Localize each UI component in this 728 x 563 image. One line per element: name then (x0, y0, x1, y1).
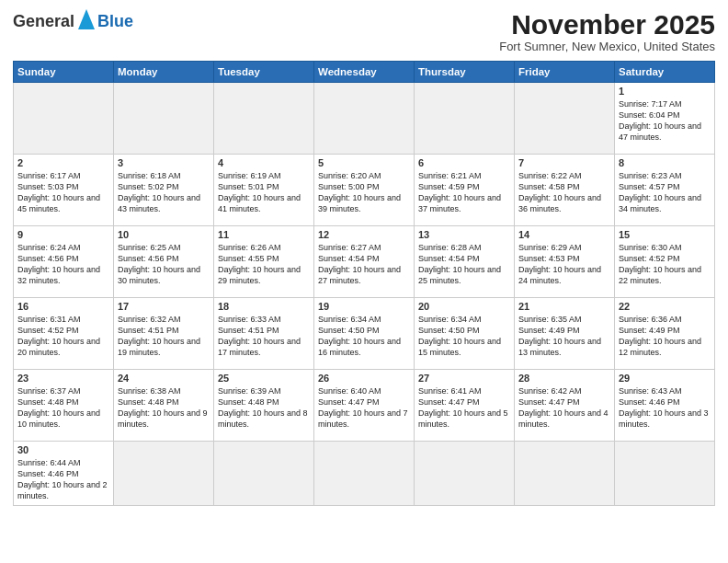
day-number: 9 (17, 229, 109, 240)
calendar-cell (314, 442, 415, 506)
day-number: 14 (518, 229, 610, 240)
day-number: 1 (619, 86, 711, 97)
calendar-cell (214, 442, 314, 506)
day-number: 8 (619, 157, 711, 168)
day-number: 25 (218, 373, 310, 384)
cell-info: Sunrise: 6:28 AM Sunset: 4:54 PM Dayligh… (418, 242, 510, 287)
cell-info: Sunrise: 6:18 AM Sunset: 5:02 PM Dayligh… (118, 170, 210, 215)
calendar-cell (615, 442, 715, 506)
calendar-cell: 14Sunrise: 6:29 AM Sunset: 4:53 PM Dayli… (515, 226, 615, 298)
cell-info: Sunrise: 6:36 AM Sunset: 4:49 PM Dayligh… (619, 314, 711, 359)
day-header-sunday: Sunday (14, 62, 114, 83)
day-number: 2 (17, 157, 109, 168)
day-number: 20 (418, 301, 510, 312)
cell-info: Sunrise: 6:25 AM Sunset: 4:56 PM Dayligh… (118, 242, 210, 287)
calendar-cell: 7Sunrise: 6:22 AM Sunset: 4:58 PM Daylig… (515, 155, 615, 226)
cell-info: Sunrise: 6:41 AM Sunset: 4:47 PM Dayligh… (418, 385, 510, 431)
day-number: 21 (518, 301, 610, 312)
day-number: 30 (17, 444, 109, 455)
month-title: November 2025 (499, 9, 715, 40)
cell-info: Sunrise: 6:43 AM Sunset: 4:46 PM Dayligh… (619, 385, 711, 431)
calendar-cell: 28Sunrise: 6:42 AM Sunset: 4:47 PM Dayli… (515, 370, 615, 442)
day-header-wednesday: Wednesday (314, 62, 415, 83)
calendar-cell: 19Sunrise: 6:34 AM Sunset: 4:50 PM Dayli… (314, 298, 415, 370)
week-row-1: 1Sunrise: 7:17 AM Sunset: 6:04 PM Daylig… (14, 83, 715, 155)
cell-info: Sunrise: 6:19 AM Sunset: 5:01 PM Dayligh… (218, 170, 310, 215)
calendar-cell: 3Sunrise: 6:18 AM Sunset: 5:02 PM Daylig… (114, 155, 214, 226)
day-number: 18 (218, 301, 310, 312)
day-number: 24 (118, 373, 210, 384)
week-row-3: 9Sunrise: 6:24 AM Sunset: 4:56 PM Daylig… (14, 226, 715, 298)
header-area: General Blue November 2025 Fort Sumner, … (13, 9, 715, 53)
calendar-cell: 29Sunrise: 6:43 AM Sunset: 4:46 PM Dayli… (615, 370, 715, 442)
calendar-cell (415, 83, 515, 155)
day-number: 4 (218, 157, 310, 168)
day-header-tuesday: Tuesday (214, 62, 314, 83)
day-number: 3 (118, 157, 210, 168)
calendar-cell: 9Sunrise: 6:24 AM Sunset: 4:56 PM Daylig… (14, 226, 114, 298)
cell-info: Sunrise: 6:40 AM Sunset: 4:47 PM Dayligh… (318, 385, 410, 431)
calendar-cell (515, 83, 615, 155)
cell-info: Sunrise: 6:31 AM Sunset: 4:52 PM Dayligh… (17, 314, 109, 359)
cell-info: Sunrise: 6:17 AM Sunset: 5:03 PM Dayligh… (17, 170, 109, 215)
day-number: 5 (318, 157, 410, 168)
calendar-cell: 12Sunrise: 6:27 AM Sunset: 4:54 PM Dayli… (314, 226, 415, 298)
calendar-cell: 27Sunrise: 6:41 AM Sunset: 4:47 PM Dayli… (415, 370, 515, 442)
cell-info: Sunrise: 6:38 AM Sunset: 4:48 PM Dayligh… (118, 385, 210, 431)
calendar-cell (214, 83, 314, 155)
cell-info: Sunrise: 6:23 AM Sunset: 4:57 PM Dayligh… (619, 170, 711, 215)
day-header-saturday: Saturday (615, 62, 715, 83)
day-number: 19 (318, 301, 410, 312)
calendar-cell: 8Sunrise: 6:23 AM Sunset: 4:57 PM Daylig… (615, 155, 715, 226)
calendar-cell (114, 442, 214, 506)
calendar-cell: 15Sunrise: 6:30 AM Sunset: 4:52 PM Dayli… (615, 226, 715, 298)
calendar-cell: 4Sunrise: 6:19 AM Sunset: 5:01 PM Daylig… (214, 155, 314, 226)
logo-general-text: General (13, 12, 74, 31)
day-number: 11 (218, 229, 310, 240)
days-header-row: SundayMondayTuesdayWednesdayThursdayFrid… (14, 62, 715, 83)
cell-info: Sunrise: 6:26 AM Sunset: 4:55 PM Dayligh… (218, 242, 310, 287)
calendar-cell: 24Sunrise: 6:38 AM Sunset: 4:48 PM Dayli… (114, 370, 214, 442)
day-number: 10 (118, 229, 210, 240)
calendar-cell (14, 83, 114, 155)
location-title: Fort Sumner, New Mexico, United States (499, 40, 715, 53)
calendar-cell: 26Sunrise: 6:40 AM Sunset: 4:47 PM Dayli… (314, 370, 415, 442)
cell-info: Sunrise: 6:34 AM Sunset: 4:50 PM Dayligh… (318, 314, 410, 359)
day-number: 16 (17, 301, 109, 312)
calendar-cell: 30Sunrise: 6:44 AM Sunset: 4:46 PM Dayli… (14, 442, 114, 506)
cell-info: Sunrise: 6:39 AM Sunset: 4:48 PM Dayligh… (218, 385, 310, 431)
calendar-cell: 16Sunrise: 6:31 AM Sunset: 4:52 PM Dayli… (14, 298, 114, 370)
week-row-4: 16Sunrise: 6:31 AM Sunset: 4:52 PM Dayli… (14, 298, 715, 370)
day-number: 7 (518, 157, 610, 168)
calendar-cell (515, 442, 615, 506)
cell-info: Sunrise: 6:21 AM Sunset: 4:59 PM Dayligh… (418, 170, 510, 215)
day-header-monday: Monday (114, 62, 214, 83)
calendar-cell: 2Sunrise: 6:17 AM Sunset: 5:03 PM Daylig… (14, 155, 114, 226)
cell-info: Sunrise: 6:42 AM Sunset: 4:47 PM Dayligh… (518, 385, 610, 431)
day-number: 12 (318, 229, 410, 240)
cell-info: Sunrise: 6:22 AM Sunset: 4:58 PM Dayligh… (518, 170, 610, 215)
calendar-cell: 23Sunrise: 6:37 AM Sunset: 4:48 PM Dayli… (14, 370, 114, 442)
logo-triangle-icon (78, 9, 95, 33)
calendar-cell: 20Sunrise: 6:34 AM Sunset: 4:50 PM Dayli… (415, 298, 515, 370)
cell-info: Sunrise: 6:37 AM Sunset: 4:48 PM Dayligh… (17, 385, 109, 431)
day-number: 17 (118, 301, 210, 312)
calendar-cell: 17Sunrise: 6:32 AM Sunset: 4:51 PM Dayli… (114, 298, 214, 370)
day-number: 27 (418, 373, 510, 384)
cell-info: Sunrise: 6:24 AM Sunset: 4:56 PM Dayligh… (17, 242, 109, 287)
day-header-thursday: Thursday (415, 62, 515, 83)
day-number: 15 (619, 229, 711, 240)
calendar-cell: 6Sunrise: 6:21 AM Sunset: 4:59 PM Daylig… (415, 155, 515, 226)
day-number: 22 (619, 301, 711, 312)
calendar-cell: 21Sunrise: 6:35 AM Sunset: 4:49 PM Dayli… (515, 298, 615, 370)
logo-area: General Blue (13, 9, 133, 33)
week-row-6: 30Sunrise: 6:44 AM Sunset: 4:46 PM Dayli… (14, 442, 715, 506)
day-header-friday: Friday (515, 62, 615, 83)
day-number: 28 (518, 373, 610, 384)
calendar-cell: 10Sunrise: 6:25 AM Sunset: 4:56 PM Dayli… (114, 226, 214, 298)
calendar-cell: 22Sunrise: 6:36 AM Sunset: 4:49 PM Dayli… (615, 298, 715, 370)
cell-info: Sunrise: 6:32 AM Sunset: 4:51 PM Dayligh… (118, 314, 210, 359)
day-number: 13 (418, 229, 510, 240)
day-number: 29 (619, 373, 711, 384)
calendar-cell: 18Sunrise: 6:33 AM Sunset: 4:51 PM Dayli… (214, 298, 314, 370)
